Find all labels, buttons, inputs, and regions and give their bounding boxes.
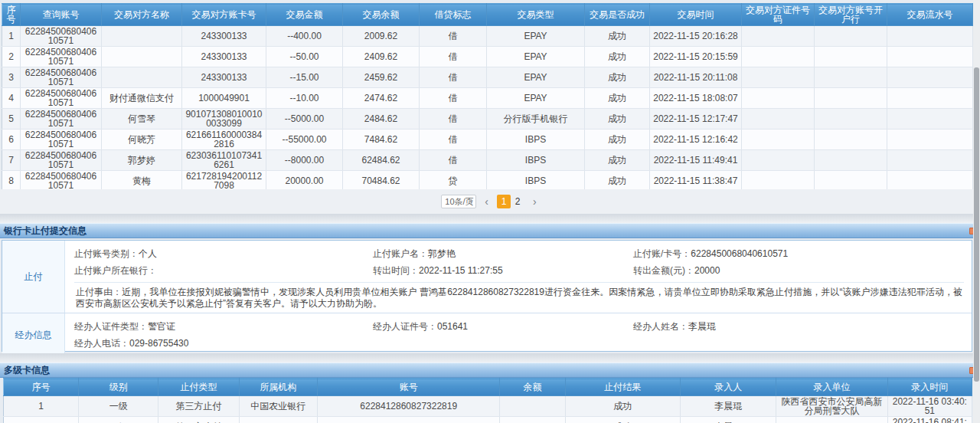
table-cell: IBPS: [487, 171, 585, 192]
table-cell: [742, 130, 815, 150]
table-cell: [815, 67, 887, 88]
page-button-2[interactable]: 2: [511, 195, 524, 208]
column-header: 序号: [4, 379, 79, 396]
table-cell: EPAY: [487, 88, 585, 109]
table-cell: 成功: [585, 150, 650, 171]
table-cell: [742, 88, 815, 109]
stop-payment-panel: 止付 止付账号类别：个人止付账户名：郭梦艳止付账/卡号：622845006804…: [2, 240, 972, 352]
table-cell: IBPS: [487, 130, 585, 150]
column-header: 交易类型: [487, 4, 585, 26]
vertical-scrollbar[interactable]: [973, 0, 980, 423]
group-label: 止付: [2, 241, 65, 313]
column-header: 级别: [79, 379, 158, 396]
group-label: 经办信息: [2, 313, 65, 356]
table-cell: --55000.00: [266, 130, 343, 150]
table-cell: 成功: [585, 26, 650, 47]
table-cell: 3: [2, 67, 21, 88]
table-cell: --10.00: [266, 88, 343, 109]
field-value: 李晨琨: [688, 321, 716, 332]
table-cell: [815, 109, 887, 130]
table-cell: 中国农业银行: [239, 396, 317, 417]
agent-fields-line1: 经办人证件类型：警官证经办人证件号：051641经办人姓名：李晨琨: [74, 321, 964, 332]
field-value: 近期，我单位在接报刘妮被骗警情中，发现涉案人员利用贵单位相关账户 曹鸿基6228…: [76, 287, 962, 309]
table-cell: 2022-11-15 20:16:28: [650, 26, 742, 47]
table-cell: 何雪琴: [102, 109, 182, 130]
table-row: 76228450068040610571郭梦婷62303611010734162…: [2, 150, 973, 171]
table-cell: 7484.62: [343, 130, 420, 150]
table-cell: 2022-11-15 18:08:07: [650, 88, 742, 109]
table-cell: 6228450068040610571: [21, 67, 102, 88]
table-cell: 借: [420, 109, 487, 130]
field-transfer-amount: 转出金额(元)：20000: [633, 265, 964, 276]
table-row: 2二级第三方止付6235010990500170473成功李晨琨2022-11-…: [4, 417, 972, 423]
table-cell: 6230361101073416261: [182, 150, 266, 171]
table-cell: 借: [420, 130, 487, 150]
scrollbar-thumb[interactable]: [974, 67, 979, 382]
table-cell: 2409.62: [343, 47, 420, 67]
table-cell: 6228450068040610571: [21, 88, 102, 109]
table-cell: 2022-11-15 11:49:41: [650, 150, 742, 171]
table-cell: EPAY: [487, 26, 585, 47]
stop-payment-section-title: 银行卡止付提交信息: [0, 223, 980, 238]
table-cell: [239, 417, 317, 423]
table-cell: 70484.62: [343, 171, 420, 192]
table-cell: EPAY: [487, 67, 585, 88]
field-label: 止付账户所在银行：: [74, 265, 157, 276]
field-label: 转出时间：: [373, 265, 419, 276]
table-cell: 2022-11-16 03:40:51: [887, 396, 972, 417]
table-cell: [887, 88, 973, 109]
field-value: 2022-11-15 11:27:55: [419, 265, 503, 276]
table-cell: --50.00: [266, 47, 343, 67]
page-buttons: 12: [497, 195, 524, 208]
table-cell: [102, 26, 182, 47]
table-cell: 借: [420, 67, 487, 88]
table-cell: [742, 47, 815, 67]
table-cell: [815, 47, 887, 67]
column-header: 账号: [317, 379, 500, 396]
section-divider: [0, 353, 980, 362]
section-title-text: 多级卡信息: [4, 365, 50, 375]
table-cell: 2009.62: [343, 26, 420, 47]
table-cell: [776, 417, 887, 423]
table-row: 56228450068040610571何雪琴90107130801001000…: [2, 109, 973, 130]
next-page-button[interactable]: ›: [531, 195, 539, 208]
prev-page-button[interactable]: ‹: [482, 195, 491, 208]
table-cell: [887, 109, 973, 130]
table-cell: 1: [4, 396, 79, 417]
table-cell: 成功: [565, 417, 680, 423]
table-cell: 2022-11-15 12:16:42: [650, 130, 742, 150]
table-cell: [887, 47, 973, 67]
table-cell: 2: [2, 47, 21, 67]
column-header: 交易对方账卡号: [182, 4, 266, 26]
column-header: 交易时间: [650, 4, 742, 26]
column-header: 所属机构: [239, 379, 317, 396]
field-label: 止付账号类别：: [74, 248, 139, 259]
field-transfer-time: 转出时间：2022-11-15 11:27:55: [373, 265, 633, 276]
agent-fields-line2: 经办人电话：029-86755430: [74, 338, 964, 349]
table-cell: 郭梦婷: [102, 150, 182, 171]
field-value: 个人: [139, 248, 157, 259]
chevron-right-icon: ›: [533, 195, 537, 208]
page-button-1[interactable]: 1: [497, 195, 511, 208]
field-label: 转出金额(元)：: [633, 265, 694, 276]
table-cell: [815, 88, 887, 109]
field-card-number: 止付账/卡号：6228450068040610571: [633, 248, 964, 259]
column-header: 交易余额: [343, 4, 420, 26]
page-size-select[interactable]: 10条/页 ▼: [441, 195, 476, 208]
column-header: 交易对方证件号码: [742, 4, 815, 26]
table-cell: 5: [2, 109, 21, 130]
table-cell: 李晨琨: [681, 417, 776, 423]
table-cell: 6228450068040610571: [21, 26, 102, 47]
table-cell: [102, 47, 182, 67]
table-cell: 243300133: [182, 47, 266, 67]
column-header: 查询账号: [21, 4, 102, 26]
field-stop-reason: 止付事由：近期，我单位在接报刘妮被骗警情中，发现涉案人员利用贵单位相关账户 曹鸿…: [76, 287, 962, 310]
field-value: 警官证: [148, 321, 175, 332]
table-cell: EPAY: [487, 47, 585, 67]
table-cell: 成功: [585, 88, 650, 109]
table-cell: [742, 150, 815, 171]
agent-info-group: 经办信息 经办人证件类型：警官证经办人证件号：051641经办人姓名：李晨琨 经…: [2, 313, 972, 356]
table-cell: 6235010990500170473: [317, 417, 500, 423]
table-cell: 黄梅: [102, 171, 182, 192]
table-cell: [742, 171, 815, 192]
